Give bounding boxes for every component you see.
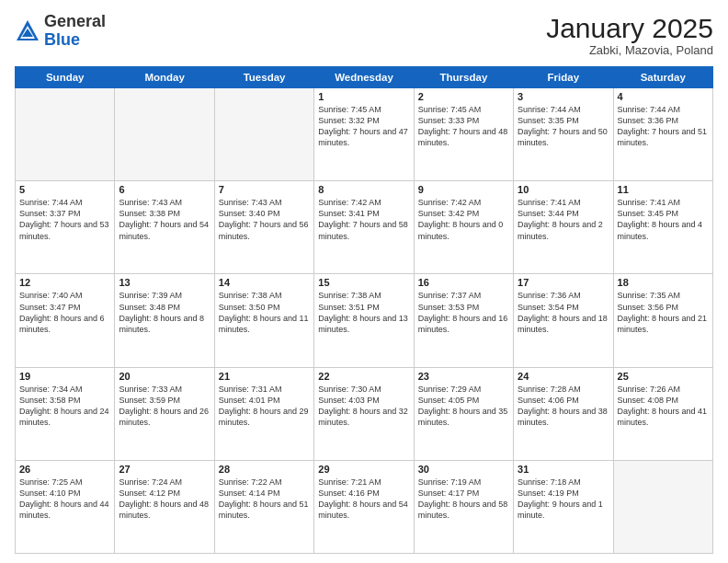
day-number: 10 [518,184,609,195]
cell-content: Sunrise: 7:44 AM Sunset: 3:35 PM Dayligh… [518,104,609,149]
day-number: 1 [318,91,409,102]
calendar-cell: 31Sunrise: 7:18 AM Sunset: 4:19 PM Dayli… [514,460,613,553]
calendar-cell: 25Sunrise: 7:26 AM Sunset: 4:08 PM Dayli… [613,367,712,460]
calendar-cell: 8Sunrise: 7:42 AM Sunset: 3:41 PM Daylig… [314,181,414,274]
day-number: 30 [418,464,509,475]
logo-blue: Blue [44,30,80,49]
col-thursday: Thursday [414,67,513,88]
day-number: 11 [618,184,709,195]
calendar-cell [115,88,214,181]
logo-text: General Blue [44,13,106,50]
calendar-cell [613,460,712,553]
cell-content: Sunrise: 7:41 AM Sunset: 3:45 PM Dayligh… [618,197,709,242]
calendar-cell: 29Sunrise: 7:21 AM Sunset: 4:16 PM Dayli… [314,460,414,553]
calendar-cell: 5Sunrise: 7:44 AM Sunset: 3:37 PM Daylig… [16,181,115,274]
calendar-cell: 26Sunrise: 7:25 AM Sunset: 4:10 PM Dayli… [16,460,115,553]
calendar-cell: 16Sunrise: 7:37 AM Sunset: 3:53 PM Dayli… [414,274,513,367]
cell-content: Sunrise: 7:42 AM Sunset: 3:42 PM Dayligh… [418,197,509,242]
day-number: 9 [418,184,509,195]
cell-content: Sunrise: 7:38 AM Sunset: 3:51 PM Dayligh… [318,290,409,335]
cell-content: Sunrise: 7:39 AM Sunset: 3:48 PM Dayligh… [119,290,210,335]
day-number: 4 [618,91,709,102]
day-number: 17 [518,277,609,288]
cell-content: Sunrise: 7:31 AM Sunset: 4:01 PM Dayligh… [219,384,310,429]
day-number: 5 [19,184,110,195]
title-block: January 2025 Zabki, Mazovia, Poland [546,13,713,57]
day-number: 6 [119,184,210,195]
col-monday: Monday [115,67,214,88]
cell-content: Sunrise: 7:44 AM Sunset: 3:36 PM Dayligh… [618,104,709,149]
cell-content: Sunrise: 7:21 AM Sunset: 4:16 PM Dayligh… [318,477,409,522]
calendar-week-2: 5Sunrise: 7:44 AM Sunset: 3:37 PM Daylig… [16,181,713,274]
cell-content: Sunrise: 7:29 AM Sunset: 4:05 PM Dayligh… [418,384,509,429]
cell-content: Sunrise: 7:45 AM Sunset: 3:32 PM Dayligh… [318,104,409,149]
calendar-week-1: 1Sunrise: 7:45 AM Sunset: 3:32 PM Daylig… [16,88,713,181]
cell-content: Sunrise: 7:19 AM Sunset: 4:17 PM Dayligh… [418,477,509,522]
calendar-cell: 22Sunrise: 7:30 AM Sunset: 4:03 PM Dayli… [314,367,414,460]
calendar-cell: 17Sunrise: 7:36 AM Sunset: 3:54 PM Dayli… [514,274,613,367]
calendar-cell: 28Sunrise: 7:22 AM Sunset: 4:14 PM Dayli… [214,460,313,553]
day-number: 14 [219,277,310,288]
cell-content: Sunrise: 7:18 AM Sunset: 4:19 PM Dayligh… [518,477,609,522]
calendar-header-row: Sunday Monday Tuesday Wednesday Thursday… [16,67,713,88]
calendar-cell [214,88,313,181]
calendar-cell: 19Sunrise: 7:34 AM Sunset: 3:58 PM Dayli… [16,367,115,460]
day-number: 18 [618,277,709,288]
calendar-cell: 15Sunrise: 7:38 AM Sunset: 3:51 PM Dayli… [314,274,414,367]
day-number: 7 [219,184,310,195]
day-number: 25 [618,371,709,382]
calendar-cell: 24Sunrise: 7:28 AM Sunset: 4:06 PM Dayli… [514,367,613,460]
month-title: January 2025 [546,13,713,43]
day-number: 21 [219,371,310,382]
calendar-cell: 23Sunrise: 7:29 AM Sunset: 4:05 PM Dayli… [414,367,513,460]
day-number: 27 [119,464,210,475]
calendar-cell: 7Sunrise: 7:43 AM Sunset: 3:40 PM Daylig… [214,181,313,274]
day-number: 31 [518,464,609,475]
calendar-cell: 30Sunrise: 7:19 AM Sunset: 4:17 PM Dayli… [414,460,513,553]
cell-content: Sunrise: 7:28 AM Sunset: 4:06 PM Dayligh… [518,384,609,429]
calendar-cell: 27Sunrise: 7:24 AM Sunset: 4:12 PM Dayli… [115,460,214,553]
calendar-cell: 11Sunrise: 7:41 AM Sunset: 3:45 PM Dayli… [613,181,712,274]
calendar-cell: 2Sunrise: 7:45 AM Sunset: 3:33 PM Daylig… [414,88,513,181]
cell-content: Sunrise: 7:34 AM Sunset: 3:58 PM Dayligh… [19,384,110,429]
day-number: 19 [19,371,110,382]
calendar-cell: 3Sunrise: 7:44 AM Sunset: 3:35 PM Daylig… [514,88,613,181]
day-number: 26 [19,464,110,475]
cell-content: Sunrise: 7:41 AM Sunset: 3:44 PM Dayligh… [518,197,609,242]
day-number: 23 [418,371,509,382]
calendar-week-4: 19Sunrise: 7:34 AM Sunset: 3:58 PM Dayli… [16,367,713,460]
cell-content: Sunrise: 7:36 AM Sunset: 3:54 PM Dayligh… [518,290,609,335]
calendar-week-5: 26Sunrise: 7:25 AM Sunset: 4:10 PM Dayli… [16,460,713,553]
cell-content: Sunrise: 7:38 AM Sunset: 3:50 PM Dayligh… [219,290,310,335]
day-number: 24 [518,371,609,382]
page: General Blue January 2025 Zabki, Mazovia… [0,0,728,563]
col-friday: Friday [514,67,613,88]
cell-content: Sunrise: 7:33 AM Sunset: 3:59 PM Dayligh… [119,384,210,429]
calendar: Sunday Monday Tuesday Wednesday Thursday… [15,66,713,554]
calendar-cell: 20Sunrise: 7:33 AM Sunset: 3:59 PM Dayli… [115,367,214,460]
day-number: 8 [318,184,409,195]
calendar-cell [16,88,115,181]
calendar-cell: 1Sunrise: 7:45 AM Sunset: 3:32 PM Daylig… [314,88,414,181]
day-number: 16 [418,277,509,288]
cell-content: Sunrise: 7:37 AM Sunset: 3:53 PM Dayligh… [418,290,509,335]
col-wednesday: Wednesday [314,67,414,88]
calendar-cell: 10Sunrise: 7:41 AM Sunset: 3:44 PM Dayli… [514,181,613,274]
col-tuesday: Tuesday [214,67,313,88]
day-number: 15 [318,277,409,288]
day-number: 22 [318,371,409,382]
col-saturday: Saturday [613,67,712,88]
day-number: 12 [19,277,110,288]
day-number: 13 [119,277,210,288]
cell-content: Sunrise: 7:35 AM Sunset: 3:56 PM Dayligh… [618,290,709,335]
calendar-cell: 4Sunrise: 7:44 AM Sunset: 3:36 PM Daylig… [613,88,712,181]
cell-content: Sunrise: 7:25 AM Sunset: 4:10 PM Dayligh… [19,477,110,522]
day-number: 28 [219,464,310,475]
day-number: 20 [119,371,210,382]
calendar-cell: 13Sunrise: 7:39 AM Sunset: 3:48 PM Dayli… [115,274,214,367]
cell-content: Sunrise: 7:30 AM Sunset: 4:03 PM Dayligh… [318,384,409,429]
cell-content: Sunrise: 7:44 AM Sunset: 3:37 PM Dayligh… [19,197,110,242]
cell-content: Sunrise: 7:24 AM Sunset: 4:12 PM Dayligh… [119,477,210,522]
calendar-cell: 14Sunrise: 7:38 AM Sunset: 3:50 PM Dayli… [214,274,313,367]
logo-general: General [44,12,106,30]
